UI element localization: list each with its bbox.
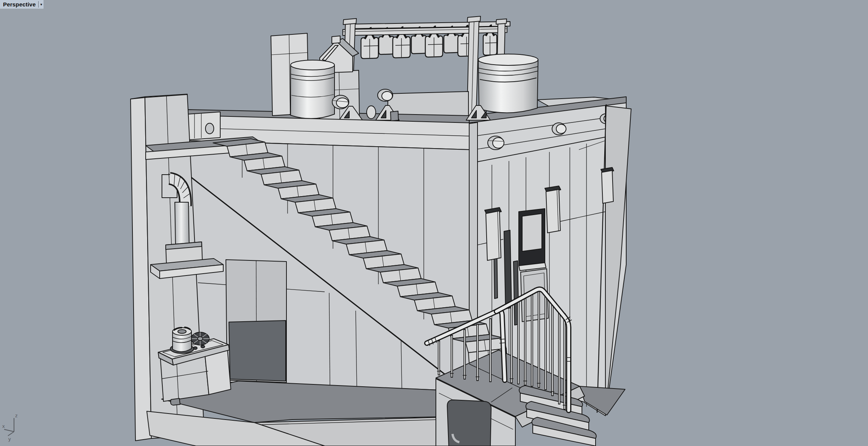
pot: [170, 327, 194, 353]
fascia-end-cap: [188, 112, 220, 140]
sconce: [545, 186, 561, 233]
divider: [38, 1, 39, 8]
wall-slot: [504, 230, 512, 309]
window: [519, 209, 546, 271]
interior-back-wall: [188, 141, 469, 391]
tank-left: [291, 60, 334, 119]
x-axis-label: x: [2, 423, 5, 429]
egg-object: [367, 106, 376, 119]
tank-right: [478, 54, 538, 113]
sconce: [485, 208, 501, 260]
viewport-title[interactable]: Perspective: [3, 1, 36, 8]
sconce: [601, 167, 614, 203]
chevron-down-icon[interactable]: ▾: [40, 3, 42, 6]
viewport-title-dropdown[interactable]: Perspective ▾: [0, 0, 44, 9]
stove-pedal: [171, 398, 180, 405]
viewport-canvas[interactable]: z x y Perspective ▾: [0, 0, 868, 446]
doorway: [226, 260, 286, 383]
z-axis-label: z: [15, 413, 18, 418]
y-axis-label: y: [8, 436, 11, 442]
model-render: z x y: [0, 0, 868, 446]
